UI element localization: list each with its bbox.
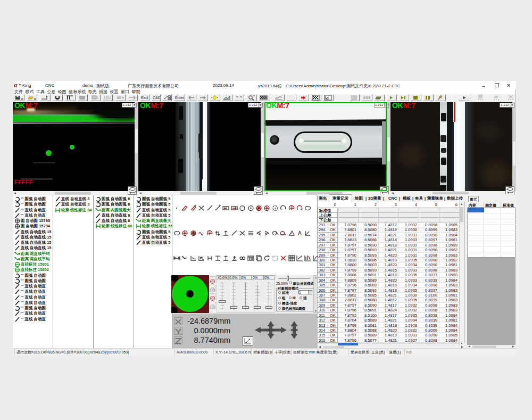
- svg-text:A: A: [298, 230, 302, 236]
- svg-text:B: B: [169, 96, 171, 100]
